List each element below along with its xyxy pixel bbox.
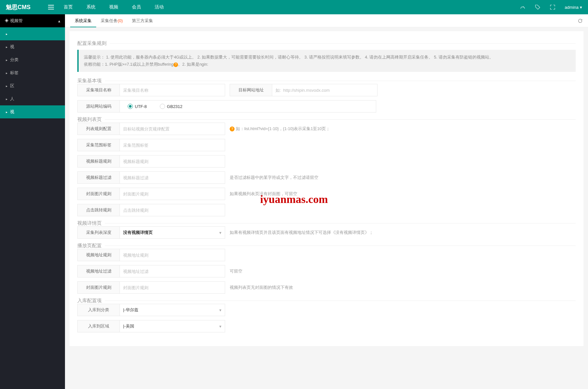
section-basic: 采集基本项 <box>77 78 105 84</box>
chevron-down-icon: ▾ <box>219 230 222 235</box>
input-vid-url-rule[interactable] <box>120 249 225 261</box>
input-range-tag[interactable] <box>120 139 225 151</box>
sidebar-item-5[interactable]: ▸人 <box>0 92 65 105</box>
label-store-cate: 入库到分类 <box>78 304 120 316</box>
sidebar-item-2[interactable]: ▸分类 <box>0 53 65 66</box>
label-title-rule: 视频标题规则 <box>78 155 120 167</box>
section-detail-page: 视频详情页 <box>77 220 105 226</box>
help-icon: ? <box>230 127 235 131</box>
radio-utf8[interactable]: UTF-8 <box>124 104 150 109</box>
section-store: 入库配置项 <box>77 298 105 304</box>
select-store-cate[interactable]: |-华尔兹▾ <box>120 304 225 316</box>
dashboard-icon[interactable] <box>520 4 526 10</box>
menu-toggle-icon[interactable] <box>48 5 59 9</box>
section-list-page: 视频列表页 <box>77 116 105 123</box>
username: admina <box>565 5 579 10</box>
label-src-encode: 源站网站编码 <box>78 101 120 112</box>
input-cover-rule[interactable] <box>120 188 225 200</box>
label-cover-rule2: 封面图片规则 <box>78 282 120 293</box>
label-list-rule: 列表规则配置 <box>78 123 120 135</box>
hint-depth: 如果有视频详情页并且该页面有视频地址情况下可选择《没有视频详情页》； <box>230 230 373 235</box>
hint-cover-rule2: 视频列表页无封面图的情况下有效 <box>230 285 293 290</box>
input-target-url[interactable] <box>272 84 377 96</box>
fullscreen-icon[interactable] <box>550 4 556 10</box>
input-title-filter[interactable] <box>120 172 225 183</box>
hint-cover-rule: 如果视频列表页没有封面图，可留空 <box>230 191 297 197</box>
label-depth: 采集列表深度 <box>78 227 120 238</box>
tab-thirdparty[interactable]: 第三方采集 <box>127 14 158 27</box>
tab-system-collect[interactable]: 系统采集 <box>70 14 96 27</box>
chevron-down-icon: ▾ <box>580 5 582 10</box>
input-list-rule[interactable] <box>120 123 225 135</box>
nav-system[interactable]: 系统 <box>86 4 96 10</box>
tip-box: 温馨提示： 1. 使用此功能，服务器内条必须大于4G或以上。 2. 如果数据量大… <box>77 50 576 72</box>
label-title-filter: 视频标题过滤 <box>78 172 120 183</box>
select-store-area[interactable]: |-美国▾ <box>120 320 225 332</box>
sidebar-item-6[interactable]: ▸视 <box>0 105 65 118</box>
sidebar-item-3[interactable]: ▸标签 <box>0 66 65 79</box>
tag-icon[interactable] <box>535 4 541 10</box>
label-target-url: 目标网站地址 <box>230 84 272 96</box>
input-vid-url-filter[interactable] <box>120 265 225 277</box>
tab-collect-tasks[interactable]: 采集任务(0) <box>96 14 127 27</box>
sidebar-item-1[interactable]: ▸视 <box>0 40 65 53</box>
label-vid-url-filter: 视频地址过滤 <box>78 265 120 277</box>
refresh-icon[interactable] <box>578 18 583 23</box>
input-title-rule[interactable] <box>120 155 225 167</box>
radio-gb2312[interactable]: GB2312 <box>160 104 183 109</box>
nav-video[interactable]: 视频 <box>109 4 118 10</box>
hint-vid-url-filter: 可留空 <box>230 269 242 274</box>
select-depth[interactable]: 没有视频详情页▾ <box>120 227 225 238</box>
section-config-rule: 配置采集规则 <box>77 40 110 47</box>
chevron-down-icon: ▾ <box>219 308 222 313</box>
chevron-down-icon: ▾ <box>219 324 222 329</box>
sidebar-item-0[interactable]: ▸ <box>0 27 65 40</box>
input-jump-rule[interactable] <box>120 204 225 216</box>
label-cover-rule: 封面图片规则 <box>78 188 120 200</box>
label-vid-url-rule: 视频地址规则 <box>78 249 120 261</box>
help-icon: ? <box>173 62 178 67</box>
hint-title-filter: 是否过滤标题中的某字符或文字，不过滤请留空 <box>230 175 318 181</box>
user-menu[interactable]: admina ▾ <box>565 5 582 10</box>
label-range-tag: 采集范围标签 <box>78 139 120 151</box>
sidebar-group[interactable]: ◈ 视频管 ▴ <box>0 14 65 27</box>
sidebar-item-4[interactable]: ▸区 <box>0 79 65 92</box>
input-cover-rule2[interactable] <box>120 282 225 293</box>
label-jump-rule: 点击跳转规则 <box>78 204 120 216</box>
label-store-area: 入库到区域 <box>78 320 120 332</box>
chevron-up-icon: ▴ <box>58 19 60 23</box>
nav-home[interactable]: 首页 <box>64 4 73 10</box>
brand-logo: 魅思CMS <box>6 3 48 11</box>
input-proj-name[interactable] <box>120 84 225 96</box>
nav-member[interactable]: 会员 <box>132 4 141 10</box>
hint-list-rule: ?如：list.html?vid={1-10}，{1-10}表示采集1至10页； <box>230 126 330 132</box>
label-proj-name: 采集项目名称 <box>78 84 120 96</box>
section-play-page: 播放页配置 <box>77 243 105 249</box>
nav-activity[interactable]: 活动 <box>155 4 164 10</box>
